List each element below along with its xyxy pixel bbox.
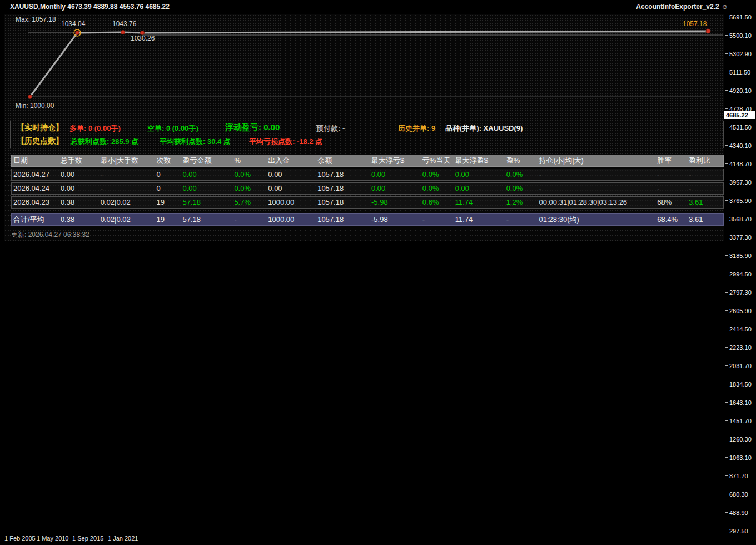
time-axis-label: 1 May 2010 — [37, 535, 68, 542]
table-cell: 1057.18 — [316, 197, 370, 208]
table-cell: - — [655, 169, 687, 180]
table-cell: 2026.04.23 — [12, 197, 59, 208]
realtime-positions-label: 【实时持仓】 — [17, 123, 63, 133]
table-cell: 1057.18 — [316, 183, 370, 194]
table-cell: 0 — [155, 169, 181, 180]
table-row: 2026.04.23 0.38 0.02|0.02 19 57.18 5.7% … — [11, 196, 724, 209]
table-cell: 0.00 — [370, 183, 421, 194]
price-axis-label: 5500.10 — [729, 31, 756, 40]
price-axis-label: 5302.90 — [729, 49, 756, 58]
price-axis-label: 1451.70 — [729, 417, 756, 425]
avg-profit-points: 平均获利点数: 30.4 点 — [160, 137, 231, 147]
table-cell: 2026.04.24 — [12, 183, 59, 194]
floating-pl: 浮动盈亏: 0.00 — [225, 122, 280, 133]
table-cell: 合计/平均 — [12, 214, 59, 225]
table-cell: 0.00 — [266, 183, 316, 194]
chart-max-label: Max: 1057.18 — [16, 16, 56, 23]
trading-terminal-window: XAUUSD,Monthly 4673.39 4889.88 4553.76 4… — [0, 0, 756, 545]
table-cell: 0.0% — [421, 169, 454, 180]
table-cell: 0.38 — [59, 197, 99, 208]
table-totals-row: 合计/平均 0.38 0.02|0.02 19 57.18 - 1000.00 … — [11, 213, 724, 226]
table-cell: 1000.00 — [266, 197, 316, 208]
table-cell: - — [99, 183, 155, 194]
table-cell: - — [538, 169, 656, 180]
column-header: 最大浮亏$ — [370, 155, 421, 166]
table-cell: - — [687, 183, 723, 194]
price-axis-label: 2031.70 — [729, 361, 756, 370]
indicator-name: AccountInfoExporter_v2.2 — [636, 3, 719, 11]
table-cell: - — [687, 169, 723, 180]
price-axis-label: 1834.50 — [729, 380, 756, 389]
price-axis-label: 4531.50 — [729, 123, 756, 132]
time-axis[interactable]: 1 Feb 2005 1 May 2010 1 Sep 2015 1 Jan 2… — [0, 533, 756, 545]
table-row: 2026.04.24 0.00 - 0 0.00 0.0% 0.00 1057.… — [11, 182, 724, 195]
table-cell: - — [655, 183, 687, 194]
column-header: 盈% — [505, 155, 538, 166]
price-axis-label: 2414.50 — [729, 325, 756, 334]
price-axis-label: 1260.30 — [729, 435, 756, 444]
price-axis-label: 4340.10 — [729, 141, 756, 150]
price-axis-label: 2605.90 — [729, 306, 756, 315]
column-header: 胜率 — [655, 155, 687, 166]
price-axis-label: 2797.30 — [729, 288, 756, 297]
table-cell: 0.0% — [232, 183, 266, 194]
table-cell: 0.00 — [59, 183, 99, 194]
table-cell: 0.02|0.02 — [99, 214, 155, 225]
table-cell: 68% — [655, 197, 687, 208]
table-cell: - — [421, 214, 454, 225]
price-axis-label: 3185.90 — [729, 251, 756, 260]
table-cell: 11.74 — [454, 214, 505, 225]
price-axis-label: 1643.10 — [729, 398, 756, 407]
chart-symbol-info: XAUUSD,Monthly 4673.39 4889.88 4553.76 4… — [10, 3, 170, 11]
table-cell: - — [505, 214, 538, 225]
table-cell: 0.0% — [505, 183, 538, 194]
table-cell: 0.6% — [421, 197, 454, 208]
current-price-badge: 4685.22 — [724, 111, 755, 119]
column-header: 日期 — [12, 155, 59, 166]
price-axis-label: 3377.30 — [729, 233, 756, 242]
data-point-label: 1043.76 — [112, 20, 136, 28]
table-cell: 1057.18 — [316, 214, 370, 225]
table-cell: 5.7% — [232, 197, 266, 208]
price-axis-label: 3765.90 — [729, 196, 756, 205]
table-cell: - — [232, 214, 266, 225]
column-header: 持仓(小|均|大) — [538, 155, 656, 166]
price-axis-label: 1063.10 — [729, 453, 756, 462]
column-header: 出入金 — [266, 155, 316, 166]
equity-curve-svg[interactable] — [4, 13, 724, 119]
column-header: 最大浮盈$ — [454, 155, 505, 166]
table-cell: 0.02|0.02 — [99, 197, 155, 208]
column-header: 最小|大手数 — [99, 155, 155, 166]
table-cell: -5.98 — [370, 197, 421, 208]
data-point-label: 1034.04 — [61, 20, 85, 28]
column-header: 次数 — [155, 155, 181, 166]
table-cell: 11.74 — [454, 197, 505, 208]
smiley-icon: ☺ — [722, 3, 728, 11]
table-cell: 0.00 — [454, 183, 505, 194]
table-cell: 0.00 — [454, 169, 505, 180]
table-row: 2026.04.27 0.00 - 0 0.00 0.0% 0.00 1057.… — [11, 169, 724, 181]
table-cell: 0.0% — [505, 169, 538, 180]
table-cell: -5.98 — [370, 214, 421, 225]
column-header: 总手数 — [59, 155, 99, 166]
price-axis-label: 2223.10 — [729, 343, 756, 352]
column-header: % — [232, 155, 266, 166]
short-positions: 空单: 0 (0.00手) — [147, 123, 198, 133]
price-axis-label: 3568.70 — [729, 215, 756, 224]
price-axis-label: 4148.70 — [729, 160, 756, 169]
table-cell: 3.61 — [687, 197, 723, 208]
history-merged-count: 历史并单: 9 — [398, 123, 435, 133]
table-cell: 2026.04.27 — [12, 169, 59, 180]
time-axis-label: 1 Jan 2021 — [108, 535, 138, 542]
table-cell: 0.38 — [59, 214, 99, 225]
title-bar: XAUUSD,Monthly 4673.39 4889.88 4553.76 4… — [0, 0, 756, 13]
table-cell: 68.4% — [655, 214, 687, 225]
table-cell: 19 — [155, 214, 181, 225]
table-cell: 1057.18 — [316, 169, 370, 180]
margin-value: 预付款: - — [316, 123, 345, 133]
total-profit-points: 总获利点数: 285.9 点 — [71, 137, 138, 147]
table-cell: - — [538, 183, 656, 194]
price-axis-label: 5111.50 — [729, 68, 756, 77]
table-cell: 1000.00 — [266, 214, 316, 225]
price-axis-label: 680.30 — [729, 490, 756, 499]
